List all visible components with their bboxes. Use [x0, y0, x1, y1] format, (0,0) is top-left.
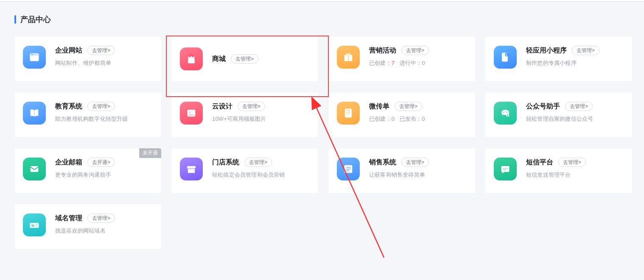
- manage-button[interactable]: 去管理>: [558, 158, 586, 167]
- manage-button[interactable]: 去管理>: [244, 158, 272, 167]
- created-label: 已创建：: [369, 60, 392, 66]
- running-label: 进行中：: [400, 60, 422, 66]
- card-sales[interactable]: 销售系统 去管理> 让获客和销售变得简单: [328, 148, 475, 193]
- card-title: 云设计: [212, 102, 232, 111]
- card-wechat[interactable]: 公众号助手 去管理> 轻松管理自家的微信公众号: [485, 92, 632, 137]
- svg-rect-26: [503, 169, 506, 170]
- card-domain[interactable]: W. 域名管理 去管理> 挑选喜欢的网站域名: [14, 204, 161, 249]
- card-title: 域名管理: [55, 214, 82, 223]
- card-title: 教育系统: [55, 102, 82, 111]
- card-sms[interactable]: 短信平台 去管理> 短信发送管理平台: [485, 148, 632, 193]
- svg-point-17: [506, 112, 507, 113]
- manage-button[interactable]: 去管理>: [87, 46, 115, 55]
- card-title: 商城: [212, 55, 226, 64]
- card-subtitle: 网站制作、维护都简单: [55, 59, 153, 67]
- card-subtitle: 助力教培机构数字化转型升级: [55, 115, 153, 123]
- page-content: 产品中心 企业网站 去管理> 网站制作、维护都简单 商城: [0, 2, 644, 262]
- card-subtitle: 轻松搞定会员管理和会员营销: [212, 171, 310, 179]
- card-miniapp[interactable]: 轻应用小程序 去管理> 制作您的专属小程序: [485, 36, 632, 81]
- svg-point-19: [507, 114, 508, 116]
- svg-rect-20: [31, 166, 39, 172]
- svg-rect-14: [346, 112, 350, 113]
- card-subtitle: 让获客和销售变得简单: [369, 171, 467, 179]
- list-icon: [337, 158, 360, 180]
- svg-rect-13: [346, 110, 350, 111]
- chat-gear-icon: [494, 102, 517, 125]
- svg-point-3: [32, 54, 33, 55]
- svg-rect-23: [346, 169, 351, 169]
- created-value: 7: [392, 60, 395, 66]
- card-title: 短信平台: [526, 158, 553, 167]
- card-title: 营销活动: [369, 46, 396, 55]
- card-title: 企业邮箱: [55, 158, 82, 167]
- card-title: 门店系统: [212, 158, 239, 167]
- image-icon: [180, 102, 203, 125]
- card-marketing[interactable]: 营销活动 去管理> 已创建：7 进行中：0: [328, 36, 475, 81]
- card-title: 销售系统: [369, 158, 396, 167]
- card-stats: 已创建：0 已发布：0: [369, 115, 467, 123]
- sms-icon: [494, 158, 517, 180]
- manage-button[interactable]: 去管理>: [401, 158, 429, 167]
- manage-button[interactable]: 去管理>: [395, 102, 422, 111]
- manage-button[interactable]: 去管理>: [231, 54, 258, 64]
- manage-button[interactable]: 去管理>: [565, 102, 593, 111]
- card-subtitle: 短信发送管理平台: [526, 171, 624, 179]
- card-subtitle: 更专业的商务沟通助手: [55, 171, 153, 179]
- gift-icon: [337, 46, 360, 69]
- card-mall[interactable]: 商城 去管理>: [171, 36, 318, 81]
- card-design[interactable]: 云设计 去管理> 10W+可商用模板图片: [171, 92, 318, 137]
- shopping-bag-icon: [180, 47, 203, 70]
- not-open-badge: 未开通: [139, 148, 161, 158]
- section-title: 产品中心: [14, 14, 630, 25]
- manage-button[interactable]: 去管理>: [87, 102, 115, 111]
- section-title-text: 产品中心: [20, 14, 51, 25]
- card-stats: 已创建：7 进行中：0: [369, 59, 467, 67]
- svg-rect-24: [346, 171, 349, 172]
- svg-rect-29: [35, 225, 38, 225]
- svg-rect-6: [348, 55, 349, 61]
- card-flyer[interactable]: 微传单 去管理> 已创建：0 已发布：0: [328, 92, 475, 137]
- card-title: 轻应用小程序: [526, 46, 567, 55]
- svg-rect-25: [503, 168, 508, 169]
- card-title: 微传单: [369, 102, 389, 111]
- card-subtitle: 轻松管理自家的微信公众号: [526, 115, 624, 123]
- store-icon: [180, 158, 203, 180]
- title-accent-bar: [14, 15, 16, 24]
- running-value: 0: [422, 60, 425, 66]
- published-label: 已发布：: [400, 116, 422, 122]
- manage-button[interactable]: 去管理>: [87, 213, 115, 223]
- card-enterprise-site[interactable]: 企业网站 去管理> 网站制作、维护都简单: [14, 36, 161, 81]
- flyer-icon: [337, 102, 360, 125]
- manage-button[interactable]: 去管理>: [401, 46, 429, 55]
- created-label: 已创建：: [369, 116, 392, 122]
- card-mail[interactable]: 未开通 企业邮箱 去开通> 更专业的商务沟通助手: [14, 148, 161, 193]
- card-title: 公众号助手: [526, 102, 560, 111]
- card-title: 企业网站: [55, 46, 82, 55]
- miniapp-icon: [494, 46, 517, 69]
- svg-point-16: [503, 112, 504, 113]
- svg-rect-15: [346, 114, 349, 114]
- mail-icon: [23, 158, 46, 180]
- manage-button[interactable]: 去管理>: [572, 46, 599, 55]
- svg-text:W.: W.: [31, 224, 35, 227]
- created-value: 0: [392, 116, 395, 122]
- svg-rect-22: [346, 167, 351, 168]
- book-icon: [23, 102, 46, 125]
- open-button[interactable]: 去开通>: [87, 158, 115, 167]
- svg-rect-12: [345, 109, 352, 118]
- card-education[interactable]: 教育系统 去管理> 助力教培机构数字化转型升级: [14, 92, 161, 137]
- card-subtitle: 制作您的专属小程序: [526, 59, 624, 67]
- manage-button[interactable]: 去管理>: [238, 102, 265, 111]
- card-subtitle: 挑选喜欢的网站域名: [55, 227, 153, 235]
- window-icon: [23, 46, 46, 69]
- card-grid: 企业网站 去管理> 网站制作、维护都简单 商城 去管理>: [14, 36, 630, 249]
- svg-rect-30: [35, 226, 38, 226]
- card-subtitle: 10W+可商用模板图片: [212, 115, 310, 123]
- svg-point-11: [189, 111, 191, 113]
- svg-point-2: [31, 54, 32, 55]
- published-value: 0: [422, 116, 425, 122]
- domain-icon: W.: [23, 213, 46, 236]
- card-store[interactable]: 门店系统 去管理> 轻松搞定会员管理和会员营销: [171, 148, 318, 193]
